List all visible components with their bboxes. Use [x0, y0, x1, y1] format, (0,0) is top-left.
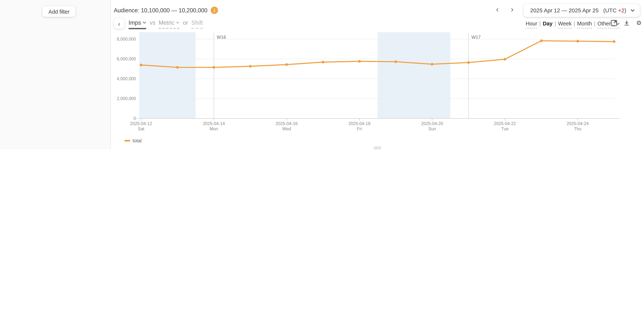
- svg-text:4,000,000: 4,000,000: [117, 76, 136, 81]
- open-external-icon[interactable]: [610, 20, 617, 26]
- svg-text:2025-04-20: 2025-04-20: [421, 121, 443, 126]
- granularity-hour[interactable]: Hour: [526, 21, 537, 29]
- audience-row: Audience: 10,100,000 — 10,200,000 i: [114, 7, 218, 14]
- time-series-chart[interactable]: W16W1702,000,0004,000,0006,000,0008,000,…: [110, 32, 628, 140]
- vs-label: vs: [150, 19, 156, 26]
- svg-text:6,000,000: 6,000,000: [117, 57, 136, 61]
- download-icon[interactable]: [624, 20, 630, 26]
- metric-selector: Imps vs Metric or Shift: [128, 19, 203, 29]
- svg-text:2025-04-16: 2025-04-16: [276, 121, 298, 126]
- legend-label-total: total: [133, 138, 142, 143]
- granularity-month[interactable]: Month: [577, 21, 592, 29]
- svg-text:W16: W16: [217, 35, 226, 40]
- audience-label: Audience: 10,100,000 — 10,200,000: [114, 7, 208, 14]
- chevron-down-icon: [142, 21, 146, 24]
- gear-icon[interactable]: ⚙: [636, 20, 642, 26]
- add-filter-button[interactable]: Add filter: [42, 6, 76, 17]
- svg-text:2025-04-24: 2025-04-24: [567, 121, 589, 126]
- svg-text:0: 0: [134, 116, 136, 121]
- chart-action-icons: ⚙: [610, 20, 642, 26]
- filter-panel: Add filter Filter by all visible table r…: [0, 0, 111, 149]
- or-label: or: [183, 19, 188, 26]
- svg-text:2025-04-14: 2025-04-14: [203, 121, 225, 126]
- chart-resize-handle[interactable]: [374, 146, 381, 149]
- app-root: Add filter Filter by all visible table r…: [0, 0, 644, 149]
- svg-text:Sun: Sun: [428, 126, 436, 131]
- svg-text:2025-04-18: 2025-04-18: [348, 121, 370, 126]
- date-range-picker[interactable]: 2025 Apr 12 — 2025 Apr 25 (UTC +2): [524, 4, 640, 17]
- svg-text:Mon: Mon: [210, 126, 218, 131]
- svg-text:Wed: Wed: [282, 126, 291, 131]
- chevron-down-icon: [630, 9, 635, 12]
- svg-text:Sat: Sat: [138, 126, 144, 131]
- svg-text:Thu: Thu: [574, 126, 582, 131]
- granularity-week[interactable]: Week: [558, 21, 572, 29]
- next-period-button[interactable]: ›: [511, 6, 514, 14]
- svg-text:Fri: Fri: [357, 126, 362, 131]
- svg-text:8,000,000: 8,000,000: [117, 37, 136, 42]
- shift-toggle[interactable]: Shift: [191, 19, 203, 29]
- audience-info-icon[interactable]: i: [211, 7, 218, 14]
- metric-compare-dropdown[interactable]: Metric: [159, 19, 180, 29]
- svg-text:Tue: Tue: [501, 126, 508, 131]
- granularity-selector: Hour|Day|Week|Month|Other...: [526, 21, 620, 29]
- svg-text:2025-04-22: 2025-04-22: [494, 121, 516, 126]
- svg-text:2025-04-12: 2025-04-12: [130, 121, 152, 126]
- chart-legend: total: [124, 138, 142, 143]
- chevron-down-icon: [176, 21, 180, 24]
- legend-swatch-total: [124, 140, 130, 141]
- svg-text:2,000,000: 2,000,000: [117, 96, 136, 101]
- svg-text:W17: W17: [471, 35, 481, 40]
- utc-label: (UTC +2): [603, 8, 626, 14]
- date-range-label: 2025 Apr 12 — 2025 Apr 25: [530, 8, 599, 14]
- prev-period-button[interactable]: ‹: [496, 6, 499, 14]
- granularity-day[interactable]: Day: [543, 21, 552, 28]
- chart-back-button[interactable]: ‹: [114, 18, 124, 29]
- metric-primary-dropdown[interactable]: Imps: [128, 19, 146, 29]
